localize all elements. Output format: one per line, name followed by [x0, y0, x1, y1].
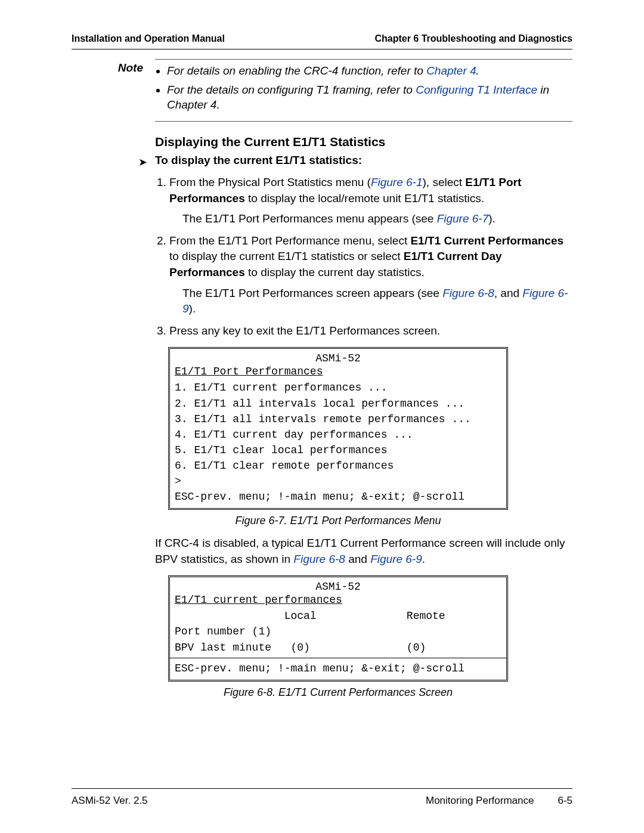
- procedure-title: To display the current E1/T1 statistics:: [155, 154, 362, 167]
- link-figure-6-7[interactable]: Figure 6-7: [437, 212, 489, 225]
- link-figure-6-8-a[interactable]: Figure 6-8: [442, 287, 494, 299]
- note-bottom-rule: [155, 121, 572, 122]
- step-2-sub: The E1/T1 Port Performances screen appea…: [182, 286, 572, 317]
- section-heading: Displaying the Current E1/T1 Statistics: [155, 135, 572, 149]
- steps-list: From the Physical Port Statistics menu (…: [155, 175, 572, 339]
- note-top-rule: [155, 59, 572, 60]
- step-2-text-a: From the E1/T1 Port Performance menu, se…: [169, 234, 410, 247]
- header-rule: [72, 49, 572, 49]
- figure-6-7-body: 1. E1/T1 current performances ... 2. E1/…: [175, 380, 501, 504]
- link-figure-6-1[interactable]: Figure 6-1: [371, 176, 423, 188]
- note-1-text: For details on enabling the CRC-4 functi…: [167, 64, 426, 77]
- step-1-text-a: From the Physical Port Statistics menu (: [169, 176, 371, 188]
- procedure-row: ➤ To display the current E1/T1 statistic…: [138, 154, 572, 170]
- step-1-sub: The E1/T1 Port Performances menu appears…: [182, 211, 572, 227]
- figure-6-8-footer: ESC-prev. menu; !-main menu; &-exit; @-s…: [175, 661, 501, 676]
- procedure-arrow-icon: ➤: [138, 154, 155, 170]
- footer-page-number: 6-5: [558, 795, 572, 807]
- page-header: Installation and Operation Manual Chapte…: [72, 33, 572, 47]
- step-1-text-c: to display the local/remote unit E1/T1 s…: [245, 192, 484, 205]
- crc-para-b: .: [422, 553, 425, 565]
- crc-para-mid: and: [345, 553, 370, 565]
- figure-6-7-box: ASMi-52 E1/T1 Port Performances 1. E1/T1…: [168, 347, 508, 510]
- step-2-sub-b: ).: [189, 302, 196, 315]
- note-item-1: For details on enabling the CRC-4 functi…: [167, 63, 572, 79]
- figure-6-7-title: ASMi-52: [175, 352, 501, 364]
- body: Note For details on enabling the CRC-4 f…: [72, 59, 572, 535]
- header-right: Chapter 6 Troubleshooting and Diagnostic…: [374, 33, 572, 44]
- step-3: Press any key to exit the E1/T1 Performa…: [169, 323, 572, 339]
- step-2: From the E1/T1 Port Performance menu, se…: [169, 233, 572, 317]
- lower-block: If CRC-4 is disabled, a typical E1/T1 Cu…: [155, 535, 572, 699]
- footer-rule: [72, 788, 572, 789]
- note-1-post: .: [476, 64, 479, 77]
- page: Installation and Operation Manual Chapte…: [0, 0, 644, 833]
- step-2-bold-1: E1/T1 Current Performances: [410, 234, 564, 247]
- link-configuring-t1[interactable]: Configuring T1 Interface: [416, 83, 537, 96]
- step-2-sub-a: The E1/T1 Port Performances screen appea…: [182, 287, 442, 299]
- note-list: For details on enabling the CRC-4 functi…: [155, 63, 572, 113]
- note-item-2: For the details on configuring T1 framin…: [167, 82, 572, 113]
- step-1-sub-a: The E1/T1 Port Performances menu appears…: [182, 212, 437, 225]
- note-2-text: For the details on configuring T1 framin…: [167, 83, 416, 96]
- header-left: Installation and Operation Manual: [72, 33, 225, 44]
- figure-6-7-caption: Figure 6-7. E1/T1 Port Performances Menu: [168, 515, 508, 527]
- link-chapter-4[interactable]: Chapter 4: [426, 64, 476, 77]
- figure-6-8-title: ASMi-52: [175, 581, 501, 593]
- step-2-sub-mid: , and: [494, 287, 523, 299]
- link-figure-6-8-b[interactable]: Figure 6-8: [293, 553, 345, 565]
- footer-left: ASMi-52 Ver. 2.5: [72, 795, 148, 807]
- crc-para: If CRC-4 is disabled, a typical E1/T1 Cu…: [155, 535, 572, 567]
- page-footer: ASMi-52 Ver. 2.5 Monitoring Performance …: [72, 795, 572, 807]
- content: For details on enabling the CRC-4 functi…: [155, 59, 572, 535]
- step-1-sub-b: ).: [488, 212, 496, 225]
- step-2-text-b: to display the current E1/T1 statistics …: [169, 250, 404, 262]
- step-2-text-c: to display the current day statistics.: [245, 266, 425, 278]
- note-label: Note: [72, 59, 155, 535]
- figure-6-7-heading: E1/T1 Port Performances: [175, 366, 501, 377]
- figure-6-8-body: Local Remote Port number (1) BPV last mi…: [175, 608, 501, 655]
- figure-6-8-caption: Figure 6-8. E1/T1 Current Performances S…: [168, 686, 508, 699]
- step-1-text-b: ), select: [423, 176, 466, 188]
- figure-6-8-box: ASMi-52 E1/T1 current performances Local…: [168, 575, 508, 681]
- figure-6-8-divider: [170, 658, 506, 658]
- figure-6-8-heading: E1/T1 current performances: [175, 594, 501, 606]
- link-figure-6-9-b[interactable]: Figure 6-9: [370, 553, 422, 565]
- footer-section: Monitoring Performance: [426, 795, 534, 807]
- step-1: From the Physical Port Statistics menu (…: [169, 175, 572, 227]
